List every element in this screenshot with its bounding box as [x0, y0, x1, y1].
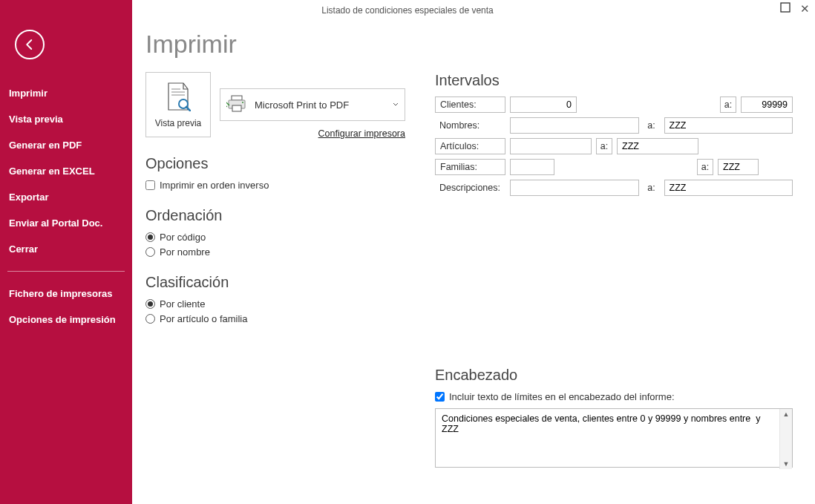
textarea-scrollbar[interactable]: ▲ ▼ [779, 409, 792, 469]
descripciones-label: Descripciones: [435, 180, 505, 196]
encabezado-textarea[interactable] [435, 408, 793, 468]
ordenacion-heading: Ordenación [145, 207, 405, 224]
vista-previa-button[interactable]: Vista previa [145, 72, 211, 137]
articulos-label: Artículos: [435, 138, 505, 154]
radio-icon [145, 299, 155, 309]
sidebar: Imprimir Vista previa Generar en PDF Gen… [0, 0, 132, 504]
clasificacion-por-articulo[interactable]: Por artículo o familia [145, 313, 405, 324]
articulos-from-input[interactable] [510, 138, 592, 154]
inverse-checkbox[interactable] [145, 180, 155, 190]
printer-select[interactable]: Microsoft Print to PDF [220, 88, 405, 121]
inverse-checkbox-row[interactable]: Imprimir en orden inverso [145, 180, 405, 191]
clientes-from-input[interactable] [510, 96, 577, 113]
scroll-down-icon[interactable]: ▼ [783, 460, 790, 468]
sidebar-item-imprimir[interactable]: Imprimir [0, 80, 132, 106]
a-label: a: [596, 138, 612, 154]
sidebar-item-fichero-impresoras[interactable]: Fichero de impresoras [0, 281, 132, 307]
radio-icon [145, 247, 155, 257]
nombres-to-input[interactable] [664, 117, 793, 134]
clientes-label: Clientes: [435, 96, 505, 113]
inverse-checkbox-label: Imprimir en orden inverso [160, 180, 269, 191]
encabezado-heading: Encabezado [435, 367, 793, 384]
radio-icon [145, 232, 155, 242]
sidebar-item-vista-previa[interactable]: Vista previa [0, 106, 132, 132]
configurar-impresora-link[interactable]: Configurar impresora [220, 128, 405, 139]
scroll-up-icon[interactable]: ▲ [783, 410, 790, 418]
printer-name: Microsoft Print to PDF [255, 99, 349, 111]
sidebar-item-generar-pdf[interactable]: Generar en PDF [0, 132, 132, 158]
sidebar-item-generar-excel[interactable]: Generar en EXCEL [0, 158, 132, 184]
printer-icon [226, 95, 247, 115]
a-label: a: [644, 117, 660, 134]
clientes-to-input[interactable] [741, 96, 793, 113]
clasificacion-opt-1: Por artículo o familia [160, 313, 248, 324]
ordenacion-opt-0: Por código [160, 232, 206, 243]
svg-point-9 [242, 102, 243, 103]
document-preview-icon [166, 82, 191, 114]
chevron-down-icon [393, 102, 399, 108]
nombres-from-input[interactable] [510, 117, 639, 134]
include-header-label: Incluir texto de límites en el encabezad… [449, 391, 675, 402]
window-title: Listado de condiciones especiales de ven… [321, 5, 494, 16]
intervalos-heading: Intervalos [435, 72, 793, 89]
ordenacion-opt-1: Por nombre [160, 246, 210, 258]
a-label: a: [697, 159, 713, 175]
svg-rect-6 [232, 96, 242, 100]
close-icon[interactable]: ✕ [799, 4, 811, 13]
sidebar-item-cerrar[interactable]: Cerrar [0, 236, 132, 262]
clasificacion-heading: Clasificación [145, 274, 405, 291]
descripciones-to-input[interactable] [664, 180, 793, 196]
articulos-to-input[interactable] [617, 138, 698, 154]
back-button[interactable] [15, 30, 45, 59]
sidebar-item-enviar-portal[interactable]: Enviar al Portal Doc. [0, 210, 132, 236]
a-label: a: [644, 180, 660, 196]
clasificacion-por-cliente[interactable]: Por cliente [145, 298, 405, 310]
clasificacion-opt-0: Por cliente [160, 298, 205, 310]
familias-label: Familias: [435, 159, 505, 175]
a-label: a: [720, 96, 736, 113]
radio-icon [145, 314, 155, 324]
descripciones-from-input[interactable] [510, 180, 639, 196]
ordenacion-por-codigo[interactable]: Por código [145, 232, 405, 243]
sidebar-item-exportar[interactable]: Exportar [0, 184, 132, 210]
include-header-checkbox[interactable] [435, 392, 445, 402]
ordenacion-por-nombre[interactable]: Por nombre [145, 246, 405, 258]
svg-rect-0 [781, 3, 790, 12]
maximize-icon[interactable] [779, 1, 791, 16]
include-header-row[interactable]: Incluir texto de límites en el encabezad… [435, 391, 793, 402]
opciones-heading: Opciones [145, 155, 405, 172]
sidebar-item-opciones-impresion[interactable]: Opciones de impresión [0, 307, 132, 333]
nombres-label: Nombres: [435, 117, 505, 134]
familias-from-input[interactable] [510, 159, 554, 175]
svg-rect-8 [232, 105, 241, 111]
vista-previa-label: Vista previa [155, 118, 201, 128]
familias-to-input[interactable] [718, 159, 759, 175]
sidebar-separator [7, 271, 125, 272]
page-title: Imprimir [145, 30, 793, 59]
